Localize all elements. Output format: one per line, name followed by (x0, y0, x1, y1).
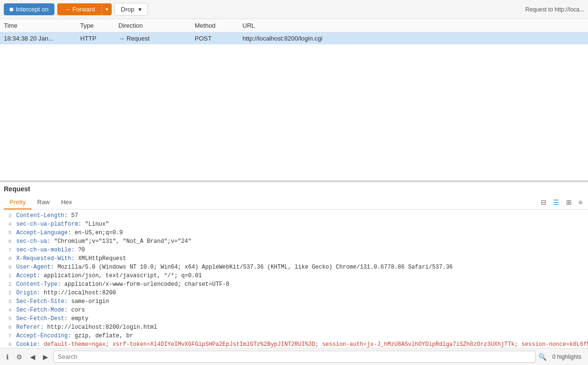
code-line: 5Sec-Fetch-Dest: empty (0, 314, 588, 323)
line-number: 6 (2, 237, 11, 246)
code-line: 4Sec-Fetch-Mode: cors (0, 306, 588, 314)
line-number: 6 (2, 323, 11, 332)
settings-icon-button[interactable]: ⚙ (14, 352, 25, 362)
tab-hex[interactable]: Hex (55, 196, 78, 209)
direction-arrow-icon: → (118, 35, 125, 42)
line-content: Sec-Fetch-Site: same-origin (16, 297, 586, 306)
line-content: sec-ch-ua-platform: "Linux" (16, 220, 586, 229)
code-line: 7sec-ch-ua-mobile: ?0 (0, 246, 588, 254)
tabs-bar: Pretty Raw Hex ⊟ ☰ ⊞ ≡ (0, 196, 588, 209)
line-content: Origin: http://localhost:8200 (16, 289, 586, 297)
intercept-label: Intercept on (16, 6, 49, 13)
col-direction: Direction (118, 22, 195, 29)
col-type: Type (80, 22, 118, 29)
row-time: 18:34:38 20 Jan... (4, 35, 80, 42)
line-number: 7 (2, 246, 11, 254)
info-icon-button[interactable]: ℹ (4, 352, 11, 362)
col-url: URL (242, 22, 584, 29)
list-icon-button[interactable]: ≡ (577, 198, 584, 207)
no-wrap-icon-button[interactable]: ⊟ (539, 198, 548, 207)
col-method: Method (195, 22, 242, 29)
code-line: 7Accept-Encoding: gzip, deflate, br (0, 332, 588, 340)
line-content: sec-ch-ua: "Chromium";v="131", "Not_A Br… (16, 237, 586, 246)
tab-raw[interactable]: Raw (32, 196, 55, 209)
line-number: 2 (2, 289, 11, 297)
forward-button[interactable]: → Forward (57, 3, 102, 15)
line-number: 2 (2, 280, 11, 289)
line-content: Content-Length: 57 (16, 211, 586, 220)
drop-chevron-icon: ▾ (138, 6, 142, 13)
tab-pretty[interactable]: Pretty (4, 196, 32, 209)
col-time: Time (4, 22, 80, 29)
forward-arrow-icon: → (64, 6, 70, 13)
line-content: Accept: application/json, text/javascrip… (16, 271, 586, 280)
table-row[interactable]: 18:34:38 20 Jan... HTTP → Request POST h… (0, 32, 588, 44)
highlights-badge: 0 highlights (549, 353, 584, 361)
spacer (0, 44, 588, 180)
row-method: POST (195, 35, 242, 42)
direction-label: Request (126, 35, 149, 42)
code-line: 4sec-ch-ua-platform: "Linux" (0, 220, 588, 229)
code-line: 2Content-Type: application/x-www-form-ur… (0, 280, 588, 289)
line-number: 4 (2, 306, 11, 314)
back-icon-button[interactable]: ◀ (28, 352, 38, 362)
row-type: HTTP (80, 35, 118, 42)
request-panel: Request Pretty Raw Hex ⊟ ☰ ⊞ ≡ 3Content-… (0, 182, 588, 348)
line-number: 3 (2, 211, 11, 220)
line-content: Accept-Encoding: gzip, deflate, br (16, 332, 586, 340)
drop-label: Drop (121, 6, 134, 13)
line-number: 5 (2, 229, 11, 237)
bottom-bar: ℹ ⚙ ◀ ▶ 🔍 0 highlights (0, 348, 588, 365)
intercept-button[interactable]: Intercept on (4, 3, 54, 15)
line-number: 3 (2, 297, 11, 306)
tab-icon-group: ⊟ ☰ ⊞ ≡ (539, 198, 584, 207)
forward-label: Forward (73, 6, 95, 13)
line-content: Sec-Fetch-Mode: cors (16, 306, 586, 314)
code-line: 8Cookie: default-theme=ngax; xsrf-token=… (0, 340, 588, 348)
request-panel-title: Request (0, 182, 588, 196)
code-line: 6sec-ch-ua: "Chromium";v="131", "Not_A B… (0, 237, 588, 246)
line-number: 7 (2, 332, 11, 340)
wrap-icon-button[interactable]: ☰ (551, 198, 561, 207)
search-input[interactable] (53, 351, 536, 363)
request-to-label: Request to http://loca... (525, 6, 584, 13)
code-line: 8X-Requested-With: XMLHttpRequest (0, 254, 588, 263)
code-line: 2Origin: http://localhost:8200 (0, 289, 588, 297)
code-line: 1Accept: application/json, text/javascri… (0, 271, 588, 280)
line-number: 1 (2, 271, 11, 280)
toolbar: Intercept on → Forward ▾ Drop ▾ Request … (0, 0, 588, 19)
forward-dropdown-button[interactable]: ▾ (102, 3, 112, 15)
line-number: 4 (2, 220, 11, 229)
line-content: Referer: http://localhost:8200/login.htm… (16, 323, 586, 332)
row-direction: → Request (118, 35, 195, 42)
code-content[interactable]: 3Content-Length: 574sec-ch-ua-platform: … (0, 209, 588, 348)
intercept-dot-icon (10, 8, 13, 11)
table-header: Time Type Direction Method URL (0, 19, 588, 32)
line-number: 9 (2, 263, 11, 271)
line-content: User-Agent: Mozilla/5.0 (Windows NT 10.0… (16, 263, 586, 271)
forward-nav-icon-button[interactable]: ▶ (41, 352, 51, 362)
line-content: Sec-Fetch-Dest: empty (16, 314, 586, 323)
line-number: 8 (2, 340, 11, 348)
line-content: Accept-Language: en-US,en;q=0.9 (16, 229, 586, 237)
code-line: 9User-Agent: Mozilla/5.0 (Windows NT 10.… (0, 263, 588, 271)
code-line: 6Referer: http://localhost:8200/login.ht… (0, 323, 588, 332)
row-url: http://localhost:8200/login.cgi (242, 35, 584, 42)
indent-icon-button[interactable]: ⊞ (564, 198, 574, 207)
search-icon-button[interactable]: 🔍 (538, 353, 546, 361)
code-line: 3Content-Length: 57 (0, 211, 588, 220)
code-line: 5Accept-Language: en-US,en;q=0.9 (0, 229, 588, 237)
line-number: 8 (2, 254, 11, 263)
line-content: Cookie: default-theme=ngax; xsrf-token=X… (16, 340, 588, 348)
code-line: 3Sec-Fetch-Site: same-origin (0, 297, 588, 306)
line-content: Content-Type: application/x-www-form-url… (16, 280, 586, 289)
forward-group: → Forward ▾ (57, 3, 112, 15)
line-number: 5 (2, 314, 11, 323)
drop-button[interactable]: Drop ▾ (115, 3, 147, 16)
line-content: X-Requested-With: XMLHttpRequest (16, 254, 586, 263)
line-content: sec-ch-ua-mobile: ?0 (16, 246, 586, 254)
